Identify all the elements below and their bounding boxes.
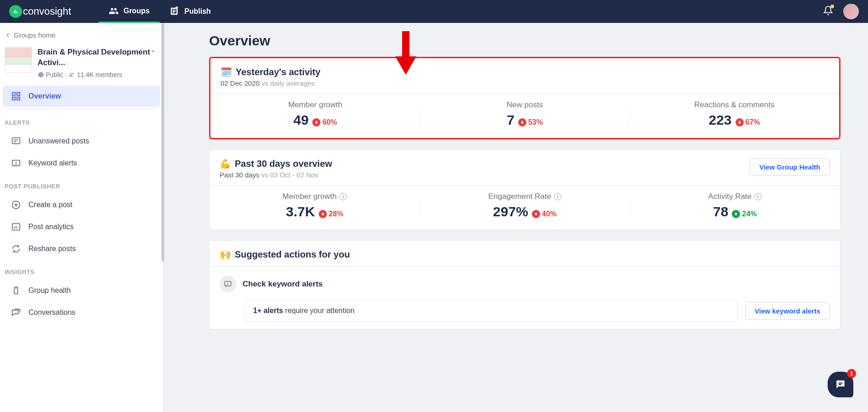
arrow-down-icon [735, 118, 744, 126]
sidebar-item-create-post[interactable]: Create a post [3, 194, 160, 215]
globe-icon [38, 71, 44, 78]
members-icon [69, 71, 75, 78]
svg-rect-2 [17, 11, 17, 13]
brand-text: convosight [23, 5, 71, 17]
info-icon[interactable]: i [554, 193, 561, 200]
nav-groups-label: Groups [123, 7, 149, 15]
brand-icon [9, 5, 22, 18]
view-keyword-alerts-button[interactable]: View keyword alerts [745, 302, 830, 320]
view-group-health-button[interactable]: View Group Health [750, 158, 830, 176]
user-avatar[interactable] [843, 4, 859, 19]
metric-delta: 24% [732, 210, 757, 218]
card-title: Suggested actions for you [235, 249, 350, 260]
sidebar-item-label: Create a post [28, 201, 72, 209]
metric-label: Activity Rate [708, 192, 752, 201]
section-alerts: ALERTS [0, 111, 163, 130]
metric-member-growth: Member growth 49 60% [210, 100, 420, 128]
card-date: 02 Dec 2020 [221, 79, 260, 87]
metric-member-growth-30: Member growthi 3.7K 28% [210, 192, 420, 220]
metric-activity-rate: Activity Ratei 78 24% [630, 192, 840, 220]
arrow-down-icon [312, 118, 321, 126]
action-sub-text: 1+ alerts require your attention [244, 300, 738, 322]
sidebar-scrollbar[interactable] [161, 23, 164, 412]
sidebar-item-keyword-alerts[interactable]: Keyword alerts [3, 153, 160, 174]
back-label: Groups home [14, 31, 55, 39]
metric-label: Member growth [210, 100, 420, 110]
action-title: Check keyword alerts [243, 280, 323, 289]
metric-value: 7 [507, 112, 514, 128]
group-title: Brain & Physical Development Activi... [38, 47, 158, 68]
notifications-button[interactable] [823, 5, 833, 17]
chat-widget-button[interactable]: 1 [828, 372, 853, 397]
suggested-action-keyword: Check keyword alerts [210, 267, 840, 295]
svg-rect-12 [12, 138, 20, 144]
metric-delta: 53% [518, 118, 543, 126]
sidebar-item-label: Unanswered posts [28, 137, 89, 145]
svg-rect-10 [12, 97, 15, 100]
sidebar-item-group-health[interactable]: Group health [3, 280, 160, 301]
metric-value: 78 [713, 204, 728, 220]
metric-new-posts: New posts 7 53% [420, 100, 630, 128]
group-visibility: Public [46, 71, 63, 78]
brand-logo[interactable]: convosight [9, 5, 71, 18]
arrow-down-icon [319, 210, 327, 218]
yesterday-metrics: Member growth 49 60% New posts 7 [210, 94, 839, 138]
nav-groups[interactable]: Groups [99, 0, 160, 23]
annotation-arrow-icon [394, 31, 417, 79]
metric-reactions-comments: Reactions & comments 223 67% [630, 100, 839, 128]
metric-label: Reactions & comments [630, 100, 839, 110]
nav-publish-label: Publish [184, 7, 211, 16]
sidebar: Groups home Brain & Physical Development… [0, 23, 163, 412]
arrow-up-icon [732, 210, 740, 218]
card-vs: vs 03 Oct - 02 Nov [260, 171, 318, 179]
nav-publish[interactable]: Publish [160, 0, 221, 23]
card-past-30-days: 💪 Past 30 days overview Past 30 days vs … [209, 149, 840, 230]
chevron-down-icon [150, 48, 156, 56]
info-icon[interactable]: i [339, 193, 347, 200]
metric-label: Member growth [282, 192, 337, 201]
sidebar-item-label: Reshare posts [28, 245, 76, 253]
svg-rect-30 [402, 31, 409, 59]
metric-value: 49 [293, 112, 309, 128]
svg-point-29 [227, 285, 228, 286]
card-sub: Past 30 days [220, 171, 260, 179]
card-suggested-actions: 🙌 Suggested actions for you Check keywor… [209, 240, 840, 330]
metric-value: 297% [493, 204, 528, 220]
card-yesterday-activity: 🗓️ Yesterday's activity 02 Dec 2020 vs d… [209, 57, 840, 139]
metric-delta: 28% [319, 210, 343, 218]
svg-rect-11 [17, 97, 20, 100]
svg-marker-31 [395, 56, 416, 75]
sidebar-item-reshare[interactable]: Reshare posts [3, 238, 160, 259]
arrow-down-icon [518, 118, 526, 126]
svg-rect-0 [14, 11, 15, 13]
card-title: Past 30 days overview [235, 159, 332, 169]
past30-metrics: Member growthi 3.7K 28% Engagement Ratei… [210, 186, 840, 230]
sidebar-item-post-analytics[interactable]: Post analytics [3, 216, 160, 237]
metric-value: 3.7K [286, 204, 315, 220]
sidebar-item-overview[interactable]: Overview [3, 86, 160, 107]
hands-emoji-icon: 🙌 [220, 249, 231, 260]
sidebar-item-label: Keyword alerts [28, 159, 77, 167]
metric-value: 223 [708, 112, 731, 128]
sidebar-item-unanswered[interactable]: Unanswered posts [3, 131, 160, 152]
chat-badge: 1 [847, 369, 856, 378]
svg-rect-9 [17, 93, 20, 95]
svg-rect-8 [12, 93, 15, 95]
notification-dot-icon [830, 5, 834, 8]
info-icon[interactable]: i [754, 193, 762, 200]
arrow-down-icon [532, 210, 540, 218]
group-meta: Public · 11.4K members [38, 71, 158, 78]
section-publisher: POST PUBLISHER [0, 175, 163, 193]
group-thumbnail [5, 47, 32, 73]
sidebar-item-conversations[interactable]: Conversations [3, 302, 160, 323]
back-groups-home[interactable]: Groups home [0, 29, 163, 41]
flex-emoji-icon: 💪 [220, 158, 231, 169]
nav-items: Groups Publish [99, 0, 221, 23]
metric-engagement-rate: Engagement Ratei 297% 40% [420, 192, 630, 220]
metric-delta: 60% [312, 118, 337, 126]
alert-message-icon [220, 276, 236, 292]
sidebar-item-label: Conversations [28, 308, 75, 317]
group-selector[interactable]: Brain & Physical Development Activi... P… [0, 41, 163, 85]
metric-label: Engagement Rate [488, 192, 551, 201]
svg-point-17 [16, 165, 17, 165]
